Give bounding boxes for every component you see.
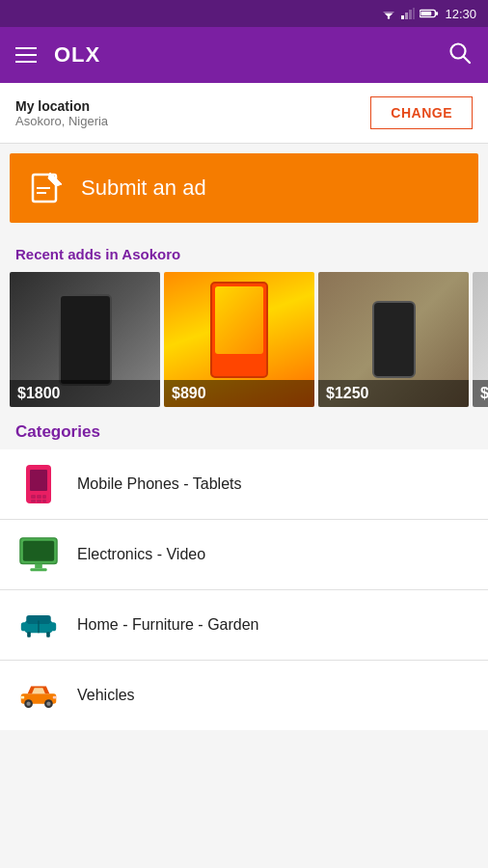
- svg-rect-17: [31, 495, 36, 499]
- svg-rect-22: [42, 500, 46, 502]
- svg-rect-6: [413, 8, 415, 19]
- status-time: 12:30: [445, 7, 476, 21]
- car-icon: [19, 676, 58, 715]
- category-electronics-label: Electronics - Video: [77, 546, 205, 563]
- wifi-icon: [381, 8, 396, 19]
- product-card-4[interactable]: $: [473, 272, 488, 407]
- header-left: OLX: [15, 42, 100, 68]
- svg-rect-39: [21, 696, 24, 699]
- product-price-1: $1800: [10, 380, 160, 407]
- svg-line-11: [464, 57, 471, 64]
- categories-section: Categories Mobile Phones - Tablets: [0, 407, 488, 730]
- svg-rect-18: [37, 495, 41, 499]
- submit-ad-text: Submit an ad: [81, 176, 206, 201]
- product-card-1[interactable]: $1800: [10, 272, 160, 407]
- svg-point-38: [46, 702, 50, 706]
- svg-rect-19: [42, 495, 46, 499]
- categories-title: Categories: [0, 407, 488, 449]
- status-bar: 12:30: [0, 0, 488, 27]
- svg-rect-8: [421, 12, 432, 16]
- product-price-2: $890: [164, 380, 314, 407]
- change-location-button[interactable]: CHANGE: [370, 96, 473, 129]
- location-label: My location: [15, 98, 108, 114]
- svg-rect-20: [31, 500, 36, 502]
- category-mobile-phones[interactable]: Mobile Phones - Tablets: [0, 449, 488, 520]
- product-price-4: $: [473, 380, 488, 407]
- app-title: OLX: [54, 42, 100, 68]
- location-value: Asokoro, Nigeria: [15, 114, 108, 128]
- svg-point-36: [26, 702, 30, 706]
- category-vehicles-label: Vehicles: [77, 687, 135, 704]
- recent-section-title: Recent adds in Asokoro: [0, 232, 488, 272]
- svg-rect-31: [27, 632, 31, 637]
- svg-rect-24: [23, 541, 54, 561]
- battery-icon: [420, 8, 439, 19]
- product-price-3: $1250: [318, 380, 469, 407]
- svg-rect-16: [30, 470, 47, 491]
- search-icon[interactable]: [447, 41, 473, 69]
- products-row: $1800 $890 $1250 $: [0, 272, 488, 407]
- svg-rect-3: [401, 15, 404, 19]
- app-header: OLX: [0, 27, 488, 83]
- svg-rect-25: [35, 564, 42, 569]
- svg-rect-40: [53, 696, 56, 699]
- sofa-icon: [19, 606, 58, 644]
- svg-rect-30: [49, 622, 56, 631]
- svg-rect-32: [46, 632, 50, 637]
- category-home-furniture[interactable]: Home - Furniture - Garden: [0, 590, 488, 661]
- submit-ad-banner[interactable]: Submit an ad: [10, 153, 478, 223]
- category-home-label: Home - Furniture - Garden: [77, 616, 259, 634]
- edit-icon: [29, 171, 64, 205]
- signal-icon: [401, 8, 415, 19]
- svg-point-2: [388, 16, 390, 18]
- svg-rect-26: [30, 568, 46, 571]
- menu-icon[interactable]: [15, 47, 37, 63]
- svg-rect-9: [436, 12, 438, 15]
- svg-rect-29: [21, 622, 28, 631]
- svg-rect-5: [409, 10, 412, 19]
- product-card-3[interactable]: $1250: [318, 272, 469, 407]
- status-icons: [381, 8, 439, 19]
- svg-rect-21: [37, 500, 41, 502]
- categories-list: Mobile Phones - Tablets Electronics - Vi…: [0, 449, 488, 730]
- category-vehicles[interactable]: Vehicles: [0, 661, 488, 730]
- svg-rect-4: [405, 13, 408, 19]
- location-text: My location Asokoro, Nigeria: [15, 98, 108, 128]
- recent-section: Recent adds in Asokoro $1800 $890: [0, 232, 488, 407]
- monitor-icon: [19, 535, 58, 574]
- mobile-icon: [19, 465, 58, 503]
- category-mobile-label: Mobile Phones - Tablets: [77, 475, 241, 493]
- product-card-2[interactable]: $890: [164, 272, 314, 407]
- location-bar: My location Asokoro, Nigeria CHANGE: [0, 83, 488, 144]
- category-electronics[interactable]: Electronics - Video: [0, 520, 488, 590]
